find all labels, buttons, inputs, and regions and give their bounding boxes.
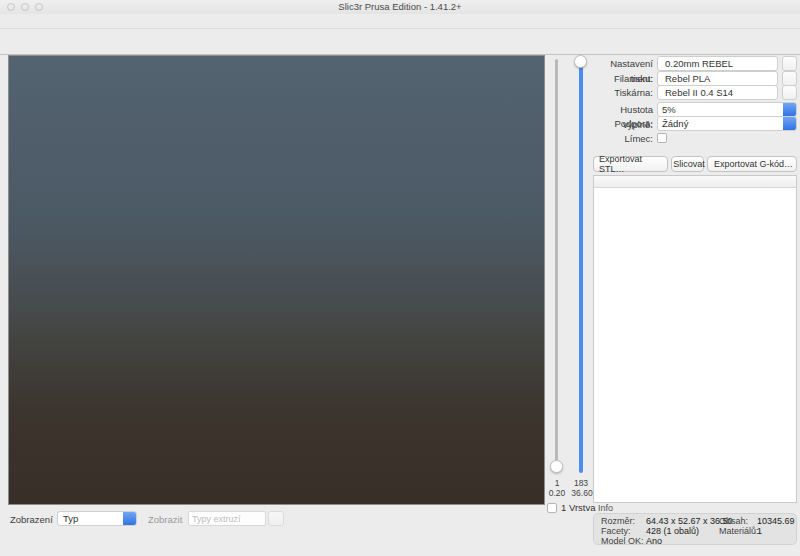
window-title: Slic3r Prusa Edition - 1.41.2+ bbox=[0, 0, 800, 14]
titlebar: Slic3r Prusa Edition - 1.41.2+ bbox=[0, 0, 800, 14]
size-label: Rozměr: bbox=[601, 516, 635, 526]
printer-value: Rebel II 0.4 S14 bbox=[665, 87, 733, 98]
materials-value: 1 bbox=[757, 526, 762, 536]
traffic-lights bbox=[7, 3, 43, 11]
filament-combo[interactable]: Rebel PLA bbox=[657, 71, 778, 86]
minimize-button[interactable] bbox=[21, 3, 29, 11]
view-type-select[interactable]: Typ bbox=[57, 511, 137, 526]
sidebar: Nastavení tisku: 0.20mm REBEL Filament: … bbox=[593, 55, 800, 556]
main-tab-bar bbox=[0, 14, 800, 28]
volume-value: 10345.69 bbox=[757, 516, 795, 526]
objects-table bbox=[593, 175, 797, 503]
facets-value: 428 (1 obalů) bbox=[646, 526, 699, 536]
model-ok-value: Ano bbox=[646, 536, 662, 546]
export-stl-button[interactable]: Exportovat STL… bbox=[593, 156, 668, 172]
export-stl-label: Exportovat STL… bbox=[599, 154, 665, 174]
layer-slider-max-knob[interactable] bbox=[574, 55, 587, 68]
info-panel: Rozměr: 64.43 x 52.67 x 36.50 Facety: 42… bbox=[593, 513, 797, 545]
single-layer-checkbox[interactable] bbox=[547, 503, 557, 513]
printer-label: Tiskárna: bbox=[593, 85, 653, 100]
slice-label: Slicovat bbox=[673, 159, 705, 169]
show-label: Zobrazit bbox=[148, 514, 182, 525]
materials-label: Materiálů: bbox=[719, 526, 759, 536]
info-title: Info bbox=[598, 503, 613, 513]
layer-slider-zone: 1 183 0.20 36.60 bbox=[545, 55, 593, 505]
layer-min-height: 0.20 bbox=[545, 488, 569, 498]
app-window: Slic3r Prusa Edition - 1.41.2+ 1 183 0.2… bbox=[0, 0, 800, 556]
extrusion-types-dropdown-button[interactable] bbox=[268, 511, 284, 526]
layer-slider-min-knob[interactable] bbox=[550, 460, 563, 473]
view-type-value: Typ bbox=[63, 513, 78, 524]
extrusion-types-input[interactable] bbox=[188, 511, 266, 526]
filament-label: Filament: bbox=[593, 71, 653, 86]
plate-scene bbox=[9, 56, 544, 504]
brim-checkbox[interactable] bbox=[657, 133, 667, 143]
print-settings-value: 0.20mm REBEL bbox=[665, 58, 733, 69]
layer-slider-min-track[interactable] bbox=[555, 59, 558, 471]
zoom-button[interactable] bbox=[35, 3, 43, 11]
bottom-bar: Zobrazení Typ Zobrazit bbox=[0, 505, 593, 556]
popup-arrows-icon bbox=[783, 103, 796, 116]
popup-arrows-icon bbox=[123, 512, 136, 525]
printer-combo[interactable]: Rebel II 0.4 S14 bbox=[657, 85, 778, 100]
support-select[interactable]: Žádný bbox=[657, 116, 797, 131]
export-gcode-label: Exportovat G-kód… bbox=[714, 159, 793, 169]
single-layer-label: 1 Vrstva bbox=[561, 502, 596, 513]
layer-max-height: 36.60 bbox=[569, 488, 595, 498]
slice-button[interactable]: Slicovat bbox=[671, 156, 704, 172]
view-mode-label: Zobrazení bbox=[10, 514, 53, 525]
support-label: Podpora: bbox=[593, 116, 653, 131]
toolbar bbox=[0, 28, 800, 55]
print-settings-combo[interactable]: 0.20mm REBEL bbox=[657, 56, 778, 71]
single-layer-toggle[interactable]: 1 Vrstva bbox=[547, 502, 596, 513]
support-value: Žádný bbox=[662, 118, 688, 129]
infill-select[interactable]: 5% bbox=[657, 102, 797, 117]
layer-max-number: 183 bbox=[571, 478, 591, 488]
popup-arrows-icon bbox=[783, 117, 796, 130]
3d-viewport[interactable] bbox=[8, 55, 545, 505]
volume-label: Obsah: bbox=[719, 516, 748, 526]
export-gcode-button[interactable]: Exportovat G-kód… bbox=[707, 156, 797, 172]
filament-dropdown-button[interactable] bbox=[782, 71, 797, 86]
filament-value: Rebel PLA bbox=[665, 73, 710, 84]
objects-table-header bbox=[594, 176, 796, 188]
close-button[interactable] bbox=[7, 3, 15, 11]
print-settings-dropdown-button[interactable] bbox=[782, 56, 797, 71]
model-ok-label: Model OK: bbox=[601, 536, 644, 546]
infill-value: 5% bbox=[662, 104, 676, 115]
layer-min-number: 1 bbox=[547, 478, 567, 488]
printer-dropdown-button[interactable] bbox=[782, 85, 797, 100]
facets-label: Facety: bbox=[601, 526, 631, 536]
layer-slider-max-track[interactable] bbox=[579, 59, 583, 473]
brim-label: Límec: bbox=[593, 131, 653, 146]
